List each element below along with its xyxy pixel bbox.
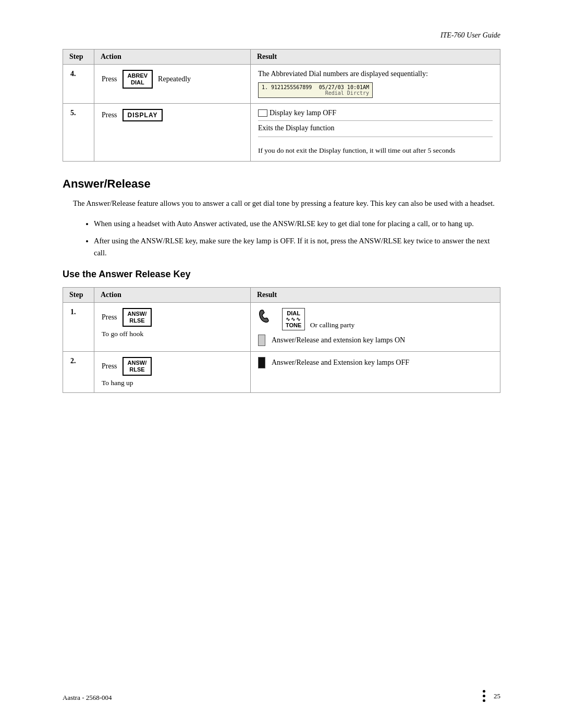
result-lamp-off: Answer/Release and Extension key lamps O… bbox=[272, 359, 409, 367]
dot-3 bbox=[483, 699, 485, 702]
list-item: After using the ANSW/RLSE key, make sure… bbox=[94, 235, 500, 259]
action-press-label: Press bbox=[102, 75, 117, 83]
dial-tone-box: DIAL ∿∿∿ TONE bbox=[282, 308, 305, 330]
section-body: The Answer/Release feature allows you to… bbox=[73, 198, 500, 209]
result-timeout: If you do not exit the Display function,… bbox=[258, 146, 455, 154]
abrev-dial-key[interactable]: ABREVDIAL bbox=[123, 70, 153, 89]
dot-2 bbox=[483, 695, 485, 697]
footer-left: Aastra - 2568-004 bbox=[63, 694, 112, 702]
col-header-result: Result bbox=[251, 287, 500, 302]
lamp-off-icon bbox=[258, 357, 265, 368]
calling-party-label: Or calling party bbox=[310, 321, 354, 329]
action-sub-label: To hang up bbox=[102, 379, 243, 387]
step-number: 2. bbox=[63, 351, 94, 392]
lcd-line2-right: Redial Dirctry bbox=[325, 90, 369, 96]
result-exits: Exits the Display function bbox=[258, 124, 335, 132]
step-number: 5. bbox=[63, 104, 94, 162]
section-title: Answer/Release bbox=[63, 177, 500, 191]
step-number: 4. bbox=[63, 65, 94, 104]
lcd-line1-right: 05/27/03 10:01AM bbox=[319, 84, 369, 90]
table-row: 1. Press ANSW/RLSE To go off hook bbox=[63, 302, 500, 351]
table-row: 4. Press ABREVDIAL Repeatedly The Abbrev… bbox=[63, 65, 500, 104]
col-header-action: Action bbox=[94, 50, 251, 65]
result-cell: Answer/Release and Extension key lamps O… bbox=[251, 351, 500, 392]
answ-rlse-key-1[interactable]: ANSW/RLSE bbox=[123, 308, 152, 327]
footer-right: 25 bbox=[494, 692, 500, 700]
action-sub-label: To go off hook bbox=[102, 330, 243, 338]
footer: Aastra - 2568-004 25 bbox=[63, 690, 500, 702]
col-header-step: Step bbox=[63, 287, 94, 302]
lcd-display: 1. 9121255567899 05/27/03 10:01AM Redial… bbox=[258, 82, 373, 98]
action-cell: Press ABREVDIAL Repeatedly bbox=[94, 65, 251, 104]
instruction-table-1: Step Action Result 4. Press ABREVDIAL Re… bbox=[63, 49, 500, 162]
footer-dots bbox=[483, 690, 485, 702]
tone-label: TONE bbox=[286, 322, 301, 328]
step-number: 1. bbox=[63, 302, 94, 351]
table-row: 5. Press DISPLAY Display key lamp OFF Ex… bbox=[63, 104, 500, 162]
page-header: ITE-760 User Guide bbox=[63, 31, 500, 40]
col-header-step: Step bbox=[63, 50, 94, 65]
result-display-off: Display key lamp OFF bbox=[270, 109, 336, 117]
col-header-result: Result bbox=[251, 50, 500, 65]
result-cell: The Abbreviated Dial numbers are display… bbox=[251, 65, 500, 104]
action-press-label: Press bbox=[102, 313, 117, 322]
dial-label: DIAL bbox=[286, 310, 301, 316]
instruction-table-2: Step Action Result 1. Press ANSW/RLSE To… bbox=[63, 287, 500, 393]
result-lamp-on: Answer/Release and extension key lamps O… bbox=[272, 336, 405, 344]
display-key[interactable]: DISPLAY bbox=[123, 109, 163, 121]
list-item: When using a headset with Auto Answer ac… bbox=[94, 218, 500, 230]
lcd-line1-left: 1. 9121255567899 bbox=[262, 84, 312, 90]
display-lamp-off-icon bbox=[258, 109, 267, 117]
action-cell: Press ANSW/RLSE To hang up bbox=[94, 351, 251, 392]
action-cell: Press ANSW/RLSE To go off hook bbox=[94, 302, 251, 351]
bullet-list: When using a headset with Auto Answer ac… bbox=[94, 218, 500, 260]
table-row: 2. Press ANSW/RLSE To hang up Answer/Rel… bbox=[63, 351, 500, 392]
phone-icon bbox=[258, 308, 277, 326]
result-cell: DIAL ∿∿∿ TONE Or calling party Answer/Re… bbox=[251, 302, 500, 351]
result-text: The Abbreviated Dial numbers are display… bbox=[258, 70, 428, 78]
subsection-title: Use the Answer Release Key bbox=[63, 269, 500, 280]
answ-rlse-key-2[interactable]: ANSW/RLSE bbox=[123, 357, 152, 376]
col-header-action: Action bbox=[94, 287, 251, 302]
action-press-label: Press bbox=[102, 111, 117, 119]
action-cell: Press DISPLAY bbox=[94, 104, 251, 162]
dot-1 bbox=[483, 690, 485, 693]
result-cell: Display key lamp OFF Exits the Display f… bbox=[251, 104, 500, 162]
action-repeatedly-label: Repeatedly bbox=[158, 75, 191, 83]
lamp-on-icon bbox=[258, 335, 265, 346]
action-press-label: Press bbox=[102, 362, 117, 371]
